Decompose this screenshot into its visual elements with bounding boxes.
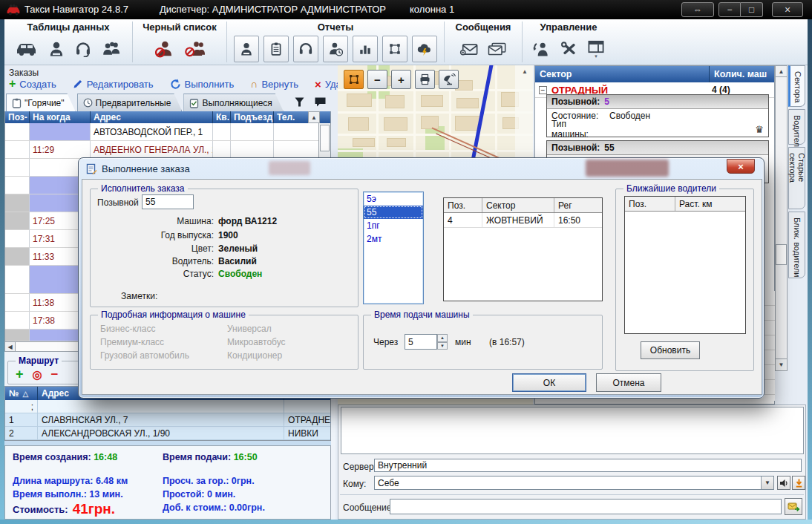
callsign-option[interactable]: 2мт <box>364 232 423 246</box>
storm-report-button[interactable] <box>412 36 437 62</box>
close-button[interactable]: × <box>772 2 803 17</box>
spin-up-icon[interactable]: ▲ <box>437 334 448 342</box>
nearest-drivers-table: Поз. Раст. км <box>624 196 746 334</box>
drivers-report-button[interactable] <box>234 36 259 62</box>
cars-table-icon[interactable] <box>16 42 38 56</box>
message-input[interactable] <box>390 499 782 514</box>
clock-icon <box>83 98 93 108</box>
edit-order-button[interactable]: Редактировать <box>73 79 154 90</box>
nearest-table-header: Поз. Раст. км <box>625 197 745 212</box>
driver-card[interactable]: Позывной:5 Состояние:Свободен Тип машины… <box>546 94 769 137</box>
map-select-area-button[interactable] <box>344 70 364 89</box>
zones-report-button[interactable] <box>382 36 407 62</box>
message-log[interactable] <box>341 407 804 454</box>
orders-scroll-up-icon[interactable]: ▲ <box>308 111 320 123</box>
column-header-phone[interactable]: Тел. <box>274 111 308 123</box>
time-input[interactable] <box>405 334 437 350</box>
filter-funnel-icon[interactable] <box>294 96 305 108</box>
route-row[interactable]: 1 СЛАВЯНСКАЯ УЛ., 7 ОТРАДНЕ <box>5 413 330 427</box>
chat-bubble-icon[interactable] <box>314 96 327 108</box>
operators-table-icon[interactable] <box>75 41 91 57</box>
cancel-button[interactable]: Отмена <box>596 373 661 392</box>
scroll-up-icon[interactable]: ▲ <box>776 66 787 77</box>
driver-shifts-report-button[interactable] <box>323 36 348 62</box>
window-title: Такси Навигатор 24.8.7 <box>24 4 128 15</box>
side-tab-drivers[interactable]: Водители <box>788 109 805 145</box>
order-row[interactable]: АВТОЗАВОДСКОЙ ПЕР., 1 <box>5 123 330 141</box>
side-tab-old-sectors[interactable]: Старые сектора <box>788 147 805 209</box>
orders-report-button[interactable] <box>263 36 289 62</box>
column-header-apt[interactable]: Кв. <box>213 111 231 123</box>
column-header-address[interactable]: Адрес <box>91 111 213 123</box>
column-header-entrance[interactable]: Подъезд <box>231 111 274 123</box>
dropdown-arrow-icon[interactable]: ▼ <box>761 476 773 489</box>
map-gps-button[interactable] <box>439 70 459 89</box>
statistics-chart-button[interactable] <box>353 36 378 62</box>
sound-button[interactable] <box>777 476 790 490</box>
dialog-close-button[interactable]: × <box>727 159 755 174</box>
sectors-scrollbar[interactable]: ▲ ▼ <box>775 65 788 371</box>
callsign-option[interactable]: 1пг <box>364 219 423 232</box>
server-input[interactable] <box>374 459 802 472</box>
settings-tools-icon[interactable] <box>560 41 578 57</box>
spin-down-icon[interactable]: ▼ <box>437 342 448 350</box>
route-target-point-button[interactable]: ◎ <box>33 368 42 381</box>
map-pan-up-icon[interactable]: ▲ <box>522 68 528 75</box>
to-label: Кому: <box>343 479 366 489</box>
scrollbar-thumb[interactable] <box>320 125 330 151</box>
blacklist-group-icon[interactable] <box>184 40 205 58</box>
time-spinner[interactable]: ▲ ▼ <box>437 334 448 350</box>
executor-group-title: Исполнитель заказа <box>98 183 188 194</box>
maximize-button[interactable]: □ <box>741 2 763 17</box>
blacklist-client-icon[interactable] <box>155 40 173 58</box>
column-header-sector[interactable]: Сектор <box>535 66 710 82</box>
map-print-button[interactable] <box>415 70 435 89</box>
order-row[interactable]: 11:29АВДЕЕНКО ГЕНЕРАЛА УЛ., 1 <box>5 141 330 159</box>
scroll-down-icon[interactable]: ▼ <box>776 358 787 370</box>
route-add-point-button[interactable]: + <box>16 367 24 382</box>
receive-button[interactable] <box>792 476 805 490</box>
side-tab-nearest-drivers[interactable]: Ближ. водители <box>788 212 805 278</box>
tab-preliminary-orders[interactable]: Предварительные <box>77 94 183 111</box>
column-header-when[interactable]: На когда <box>30 111 91 123</box>
column-header-car-count[interactable]: Колич. маш <box>710 66 774 82</box>
callsign-listbox[interactable]: 5э 55 1пг 2мт <box>363 191 424 304</box>
map-zoom-in-button[interactable]: + <box>391 70 411 89</box>
refresh-button[interactable]: Обновить <box>641 341 700 359</box>
route-row[interactable]: 2 АЛЕКСАНДРОВСКАЯ УЛ., 1/90 НИВКИ <box>5 427 330 440</box>
callsign-input[interactable] <box>142 194 194 209</box>
tab-hot-orders[interactable]: "Горячие" <box>6 94 76 111</box>
scroll-left-icon[interactable]: ◀ <box>5 342 16 351</box>
shift-management-icon[interactable] <box>532 41 551 57</box>
map-zoom-out-button[interactable]: − <box>367 70 387 89</box>
column-header-pos[interactable]: Поз- <box>5 111 30 123</box>
return-order-button[interactable]: ∩Вернуть <box>250 78 298 90</box>
route-remove-point-button[interactable]: − <box>51 367 59 382</box>
create-order-button[interactable]: +Создать <box>9 77 56 91</box>
driver-sector-row[interactable]: 4 ЖОВТНЕВИЙ 16:50 <box>444 213 602 228</box>
window-layout-icon[interactable]: ▼ <box>587 39 605 59</box>
scrollbar-thumb[interactable] <box>776 244 787 265</box>
read-message-icon[interactable] <box>459 42 479 56</box>
callsign-option-selected[interactable]: 55 <box>364 206 423 219</box>
ok-button[interactable]: ОК <box>512 373 586 392</box>
tab-executing-orders[interactable]: Выполняющиеся <box>183 94 283 111</box>
collapse-icon[interactable]: − <box>539 86 547 94</box>
operators-report-button[interactable] <box>293 36 318 62</box>
drivers-table-icon[interactable] <box>49 41 64 57</box>
route-length: Длина маршрута: 6.48 км <box>13 476 128 486</box>
column-header-num[interactable]: №△ <box>5 387 38 400</box>
execute-order-button[interactable]: Выполнить <box>170 79 235 90</box>
route-filter-row[interactable]: ; <box>5 400 330 413</box>
clients-table-icon[interactable] <box>102 41 122 57</box>
side-tab-sectors[interactable]: Сектора <box>788 65 805 107</box>
send-message-button[interactable] <box>785 498 802 515</box>
to-dropdown[interactable]: Себе ▼ <box>374 476 774 490</box>
messages-list-icon[interactable] <box>486 42 507 56</box>
column-label: колонна 1 <box>410 4 454 15</box>
minimize-button[interactable]: − <box>718 2 741 17</box>
callsign-option[interactable]: 5э <box>364 192 423 206</box>
car-option: Грузовой автомобиль <box>100 350 189 361</box>
dialog-titlebar[interactable]: Выполнение заказа <box>79 158 764 179</box>
restore-layout-button[interactable]: ⇔ <box>681 2 714 17</box>
